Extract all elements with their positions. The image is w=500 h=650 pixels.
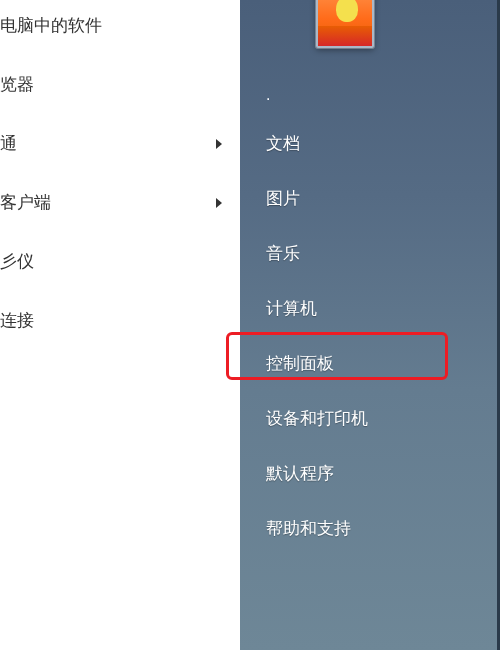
right-label: 默认程序: [266, 464, 334, 483]
dot-label: ·: [266, 90, 270, 107]
right-label: 帮助和支持: [266, 519, 351, 538]
program-label: 览器: [0, 75, 34, 94]
program-label: 连接: [0, 311, 34, 330]
program-item-browser[interactable]: 览器: [0, 59, 240, 110]
right-item-pictures[interactable]: 图片: [240, 171, 497, 226]
start-menu-left-panel: 电脑中的软件 览器 通 客户端 彡仪 连接: [0, 0, 240, 650]
right-item-music[interactable]: 音乐: [240, 226, 497, 281]
program-label: 电脑中的软件: [0, 16, 102, 35]
right-item-devices-printers[interactable]: 设备和打印机: [240, 391, 497, 446]
right-label: 音乐: [266, 244, 300, 263]
highlight-annotation: [226, 332, 448, 380]
program-label: 通: [0, 134, 17, 153]
program-item-shan[interactable]: 彡仪: [0, 236, 240, 287]
right-item-control-panel[interactable]: 控制面板: [240, 336, 497, 391]
program-label: 客户端: [0, 193, 51, 212]
right-label: 设备和打印机: [266, 409, 368, 428]
right-item-help-support[interactable]: 帮助和支持: [240, 501, 497, 556]
start-menu-right-panel: · 文档 图片 音乐 计算机 控制面板 设备和打印机 默认程序 帮助和支持: [240, 0, 500, 650]
program-label: 彡仪: [0, 252, 34, 271]
right-label: 图片: [266, 189, 300, 208]
right-label: 文档: [266, 134, 300, 153]
right-panel-links: · 文档 图片 音乐 计算机 控制面板 设备和打印机 默认程序 帮助和支持: [240, 82, 497, 556]
program-item-tong[interactable]: 通: [0, 118, 240, 169]
right-label: 控制面板: [266, 354, 334, 373]
submenu-arrow-icon: [216, 198, 222, 208]
right-item-dot[interactable]: ·: [240, 82, 497, 116]
user-avatar[interactable]: [316, 0, 374, 48]
program-item-client[interactable]: 客户端: [0, 177, 240, 228]
right-item-default-programs[interactable]: 默认程序: [240, 446, 497, 501]
right-label: 计算机: [266, 299, 317, 318]
right-item-computer[interactable]: 计算机: [240, 281, 497, 336]
program-item-software[interactable]: 电脑中的软件: [0, 0, 240, 51]
submenu-arrow-icon: [216, 139, 222, 149]
program-item-connect[interactable]: 连接: [0, 295, 240, 346]
right-item-documents[interactable]: 文档: [240, 116, 497, 171]
